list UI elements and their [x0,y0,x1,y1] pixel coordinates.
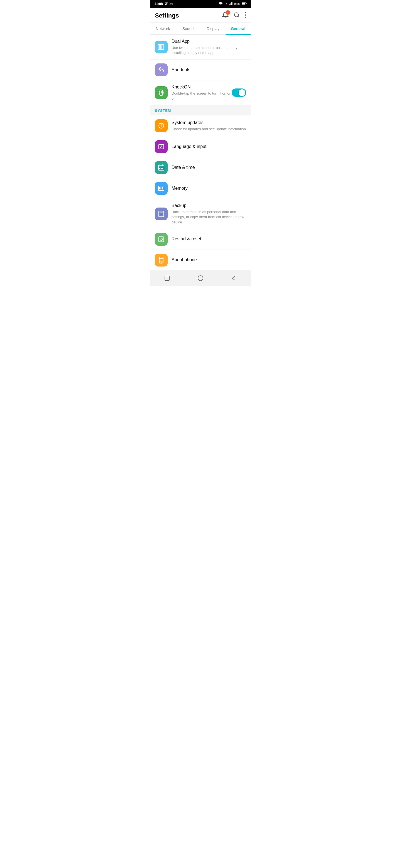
notification-badge: 1 [226,10,230,15]
knockon-title: KnockON [172,84,232,90]
svg-point-12 [245,14,246,16]
knockon-item[interactable]: KnockON Double-tap the screen to turn it… [150,81,251,105]
about-phone-title: About phone [172,257,246,263]
svg-rect-27 [161,168,162,169]
memory-content: Memory [172,186,246,191]
battery-icon [242,2,247,6]
svg-point-11 [245,12,246,13]
settings-tabs: Network Sound Display General [150,23,251,35]
backup-subtitle: Back up data such as personal data and s… [172,210,246,225]
svg-rect-3 [231,3,231,5]
svg-rect-28 [162,168,163,169]
dual-app-icon [155,41,168,54]
about-phone-content: About phone [172,257,246,263]
restart-reset-content: Restart & reset [172,236,246,242]
language-input-content: Language & input [172,144,246,150]
svg-point-47 [198,276,203,281]
shortcuts-icon [155,63,168,76]
svg-rect-8 [246,3,247,4]
knockon-icon [155,86,168,99]
restart-reset-title: Restart & reset [172,236,246,242]
dual-app-subtitle: Use two separate accounts for an app by … [172,45,246,55]
date-time-item[interactable]: Date & time [150,157,251,178]
system-updates-item[interactable]: System updates Check for updates and see… [150,116,251,136]
about-phone-icon [155,254,168,267]
wifi-icon [218,2,223,6]
date-time-icon [155,161,168,174]
svg-rect-1 [229,4,230,5]
notification-button[interactable]: 1 [222,12,229,20]
battery-percent: 88% [234,2,240,6]
dual-app-item[interactable]: Dual App Use two separate accounts for a… [150,35,251,60]
svg-rect-46 [165,276,169,280]
system-settings-list: System updates Check for updates and see… [150,116,251,271]
restart-reset-item[interactable]: Restart & reset [150,229,251,250]
svg-rect-5 [232,2,233,5]
dual-app-content: Dual App Use two separate accounts for a… [172,39,246,55]
svg-rect-4 [231,2,232,5]
backup-icon [155,208,168,220]
status-time: 11:08 [154,2,163,6]
svg-rect-31 [161,187,162,189]
svg-rect-30 [159,187,160,189]
home-button[interactable] [197,274,204,282]
back-button[interactable] [230,274,238,282]
network-type-icon: 1X [224,2,228,6]
about-phone-item[interactable]: About phone [150,250,251,271]
status-right: 1X 88% [218,2,247,6]
system-updates-subtitle: Check for updates and see update informa… [172,127,246,132]
knockon-content: KnockON Double-tap the screen to turn it… [172,84,232,101]
system-section-header: SYSTEM [150,105,251,116]
recent-apps-button[interactable] [163,274,171,282]
status-left: 11:08 🖼 🎮 [154,2,173,6]
page-title: Settings [155,12,179,19]
svg-rect-26 [159,168,161,169]
svg-point-9 [234,13,239,17]
restart-reset-icon [155,233,168,246]
shortcuts-item[interactable]: Shortcuts [150,60,251,81]
system-updates-icon [155,119,168,132]
svg-rect-45 [161,258,162,258]
system-updates-title: System updates [172,120,246,126]
backup-content: Backup Back up data such as personal dat… [172,203,246,224]
tab-display[interactable]: Display [200,23,226,34]
svg-text:A: A [160,145,163,149]
more-options-button[interactable] [245,12,246,19]
knockon-toggle[interactable] [232,89,246,97]
memory-icon [155,182,168,195]
svg-point-44 [161,262,162,262]
gallery-icon: 🖼 [165,2,168,6]
svg-rect-7 [242,3,245,5]
knockon-subtitle: Double-tap the screen to turn it on or o… [172,91,232,101]
svg-point-13 [245,17,246,18]
svg-point-0 [220,5,221,5]
tab-network[interactable]: Network [150,23,175,34]
svg-line-10 [238,16,239,17]
shortcuts-title: Shortcuts [172,67,246,73]
tab-sound[interactable]: Sound [175,23,200,34]
system-updates-content: System updates Check for updates and see… [172,120,246,132]
svg-rect-32 [162,187,163,189]
memory-title: Memory [172,186,246,191]
date-time-title: Date & time [172,165,246,170]
svg-rect-15 [161,44,164,50]
svg-rect-2 [230,4,231,6]
settings-header: Settings 1 [150,8,251,23]
tab-general[interactable]: General [226,23,251,34]
date-time-content: Date & time [172,165,246,170]
header-actions: 1 [222,12,246,20]
dual-app-title: Dual App [172,39,246,44]
language-input-title: Language & input [172,144,246,150]
bottom-navigation [150,271,251,286]
backup-item[interactable]: Backup Back up data such as personal dat… [150,199,251,229]
signal-icon [229,2,233,6]
status-bar: 11:08 🖼 🎮 1X 88% [150,0,251,8]
search-button[interactable] [234,12,240,19]
language-input-icon: A [155,140,168,153]
general-settings-list: Dual App Use two separate accounts for a… [150,35,251,105]
language-input-item[interactable]: A Language & input [150,136,251,157]
shortcuts-content: Shortcuts [172,67,246,73]
memory-item[interactable]: Memory [150,178,251,199]
backup-title: Backup [172,203,246,209]
gamepad-icon: 🎮 [169,2,173,6]
